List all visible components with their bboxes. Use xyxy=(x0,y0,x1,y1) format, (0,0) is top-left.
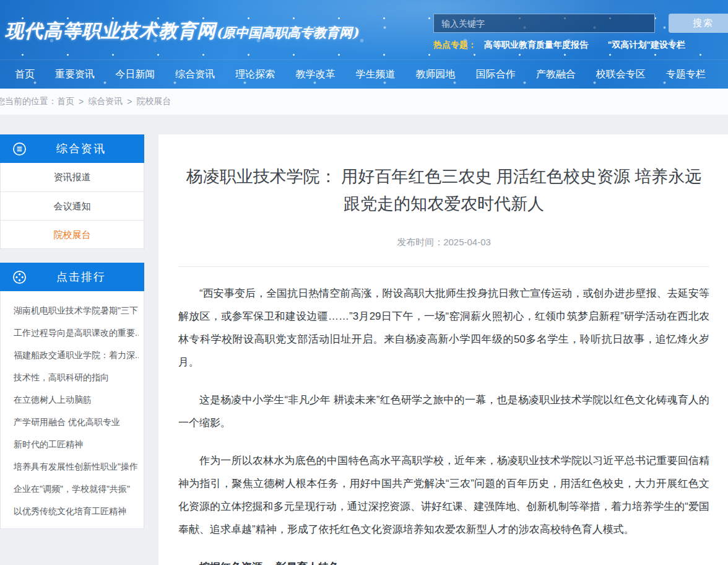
rank-list-item[interactable]: 工作过程导向是高职课改的重要... xyxy=(14,322,139,344)
rank-list-item[interactable]: 新时代的工匠精神 xyxy=(14,433,139,455)
sidebar-menu-list: 资讯报道 会议通知 院校展台 xyxy=(0,163,144,249)
rank-list: 湖南机电职业技术学院暑期"三下... 工作过程导向是高职课改的重要... 福建船… xyxy=(0,291,144,529)
site-header: 现代高等职业技术教育网(原中国高职高专教育网) 搜索 热点专题： 高等职业教育质… xyxy=(0,0,728,89)
rank-list-item[interactable]: 以优秀传统文化培育工匠精神 xyxy=(14,500,139,522)
sidebar-menu-title: 综合资讯 xyxy=(27,141,144,156)
rank-list-item[interactable]: 企业在"调频"，学校就得"共振" xyxy=(14,478,139,500)
sidebar-rank-header: 点击排行 xyxy=(0,263,144,291)
breadcrumb-home[interactable]: 首页 xyxy=(57,96,74,107)
main-nav: 首页 重要资讯 今日新闻 综合资讯 理论探索 教学改革 学生频道 教师园地 国际… xyxy=(0,59,728,89)
sidebar-menu-header: 综合资讯 xyxy=(0,134,144,163)
page: 现代高等职业技术教育网(原中国高职高专教育网) 搜索 热点专题： 高等职业教育质… xyxy=(0,0,728,565)
breadcrumb-college-stage[interactable]: 院校展台 xyxy=(136,96,171,107)
content-area: 综合资讯 资讯报道 会议通知 院校展台 xyxy=(0,134,728,565)
nav-item-home[interactable]: 首页 xyxy=(15,68,35,81)
breadcrumb-comprehensive-news[interactable]: 综合资讯 xyxy=(88,96,123,107)
nav-item-important-news[interactable]: 重要资讯 xyxy=(55,68,95,81)
rank-list-item[interactable]: 在立德树人上动脑筋 xyxy=(14,388,139,411)
nav-item-association-zone[interactable]: 校联会专区 xyxy=(596,68,646,81)
rank-list-item[interactable]: 产学研用融合 优化高职专业 xyxy=(14,411,139,433)
rank-list-item[interactable]: 湖南机电职业技术学院暑期"三下... xyxy=(14,299,139,322)
sidebar-item-college-stage[interactable]: 院校展台 xyxy=(1,220,144,248)
hot-topic-link-shuanggao[interactable]: "双高计划"建设专栏 xyxy=(608,40,685,50)
nav-item-teacher-garden[interactable]: 教师园地 xyxy=(416,68,456,81)
nav-item-theory[interactable]: 理论探索 xyxy=(235,68,275,81)
nav-item-teaching-reform[interactable]: 教学改革 xyxy=(295,68,335,81)
hot-topics: 热点专题： 高等职业教育质量年度报告 "双高计划"建设专栏 xyxy=(433,40,703,51)
sidebar-rank-section: 点击排行 湖南机电职业技术学院暑期"三下... 工作过程导向是高职课改的重要..… xyxy=(0,263,144,529)
search-area: 搜索 xyxy=(433,14,728,33)
nav-item-comprehensive-news[interactable]: 综合资讯 xyxy=(175,68,215,81)
article: 杨凌职业技术学院： 用好百年红色三农史 用活红色校史资源 培养永远跟党走的知农爱… xyxy=(158,134,728,565)
sidebar: 综合资讯 资讯报道 会议通知 院校展台 xyxy=(0,134,144,529)
breadcrumb-separator: > xyxy=(79,97,84,107)
rank-list-item[interactable]: 技术性，高职科研的指向 xyxy=(14,366,139,388)
sidebar-rank-title: 点击排行 xyxy=(27,269,144,284)
article-paragraph: 这是杨凌中小学生“非凡少年 耕读未来”红色研学之旅中的一幕，也是杨凌职业技术学院… xyxy=(178,388,709,434)
site-logo: 现代高等职业技术教育网(原中国高职高专教育网) xyxy=(5,19,358,44)
article-subheading: 挖掘红色资源 彰显育人特色 xyxy=(178,556,709,565)
menu-circle-icon xyxy=(12,142,27,156)
hot-topic-link-report[interactable]: 高等职业教育质量年度报告 xyxy=(484,40,588,50)
sidebar-item-news-report[interactable]: 资讯报道 xyxy=(1,163,144,191)
rank-list-item[interactable]: 培养具有发展性创新性职业"操作... xyxy=(14,455,139,478)
search-button[interactable]: 搜索 xyxy=(669,14,728,33)
article-body: “西安事变后，全国抗日热情空前高涨，附设高职大批师生投身抗日救亡宣传运动，或创办… xyxy=(178,282,709,565)
publish-date: 发布时间：2025-04-03 xyxy=(178,237,709,248)
nav-item-today-news[interactable]: 今日新闻 xyxy=(115,68,155,81)
logo-sub-text: (原中国高职高专教育网) xyxy=(216,25,358,40)
rank-compass-icon xyxy=(12,270,27,284)
nav-item-industry-education[interactable]: 产教融合 xyxy=(536,68,576,81)
article-paragraph: “西安事变后，全国抗日热情空前高涨，附设高职大批师生投身抗日救亡宣传运动，或创办… xyxy=(178,282,709,374)
breadcrumb-separator: > xyxy=(127,97,132,107)
breadcrumb: 您当前的位置： 首页 > 综合资讯 > 院校展台 xyxy=(0,89,728,115)
search-input[interactable] xyxy=(433,14,655,33)
sidebar-item-meeting-notice[interactable]: 会议通知 xyxy=(1,191,144,220)
nav-item-student-channel[interactable]: 学生频道 xyxy=(355,68,395,81)
hot-topics-label: 热点专题： xyxy=(433,40,477,50)
breadcrumb-prefix: 您当前的位置： xyxy=(0,96,57,107)
article-paragraph: 作为一所以农林水为底色的中国特色高水平高职学校，近年来，杨凌职业技术学院以习近平… xyxy=(178,449,709,541)
sidebar-menu-section: 综合资讯 资讯报道 会议通知 院校展台 xyxy=(0,134,144,249)
nav-item-special-columns[interactable]: 专题专栏 xyxy=(666,68,706,81)
rank-list-item[interactable]: 福建船政交通职业学院：着力深... xyxy=(14,344,139,366)
nav-item-international[interactable]: 国际合作 xyxy=(476,68,516,81)
article-title: 杨凌职业技术学院： 用好百年红色三农史 用活红色校史资源 培养永远跟党走的知农爱… xyxy=(181,163,707,217)
title-divider xyxy=(178,266,709,267)
logo-main-text: 现代高等职业技术教育网 xyxy=(5,20,216,42)
